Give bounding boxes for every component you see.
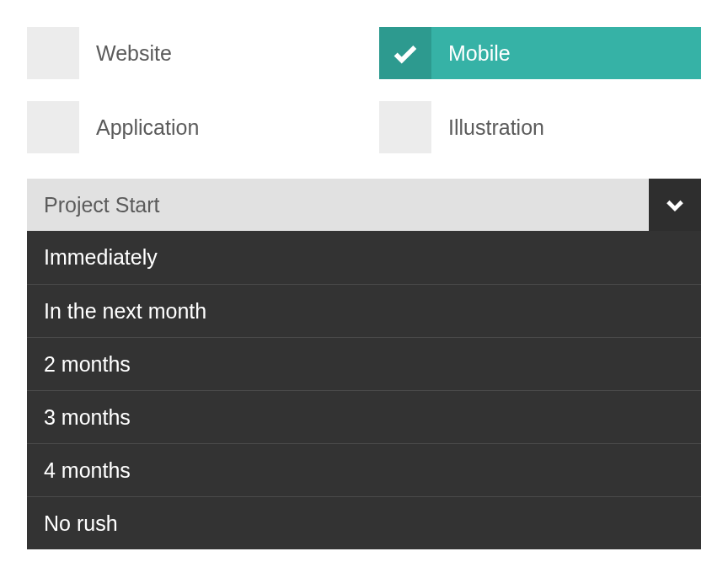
dropdown-title-area: Project Start xyxy=(27,179,649,231)
dropdown-list: Immediately In the next month 2 months 3… xyxy=(27,231,701,549)
option-label: Illustration xyxy=(431,115,544,140)
dropdown-item-no-rush[interactable]: No rush xyxy=(27,496,701,549)
option-website[interactable]: Website xyxy=(27,27,349,79)
option-illustration[interactable]: Illustration xyxy=(379,101,701,153)
option-mobile[interactable]: Mobile xyxy=(379,27,701,79)
dropdown-item-next-month[interactable]: In the next month xyxy=(27,284,701,337)
option-label: Application xyxy=(79,115,199,140)
option-label: Mobile xyxy=(431,41,511,66)
dropdown-item-4-months[interactable]: 4 months xyxy=(27,443,701,496)
dropdown-item-immediately[interactable]: Immediately xyxy=(27,231,701,284)
project-start-dropdown: Project Start Immediately In the next mo… xyxy=(27,179,701,549)
dropdown-header[interactable]: Project Start xyxy=(27,179,701,231)
check-icon xyxy=(391,39,420,67)
dropdown-title: Project Start xyxy=(44,193,160,217)
dropdown-item-2-months[interactable]: 2 months xyxy=(27,337,701,390)
dropdown-toggle[interactable] xyxy=(649,179,701,231)
chevron-down-icon xyxy=(663,193,687,217)
option-application[interactable]: Application xyxy=(27,101,349,153)
checkbox-icon xyxy=(379,27,431,79)
dropdown-item-3-months[interactable]: 3 months xyxy=(27,390,701,443)
project-type-options: Website Mobile Application Illustration xyxy=(27,27,701,153)
checkbox-icon xyxy=(27,27,79,79)
option-label: Website xyxy=(79,41,172,66)
checkbox-icon xyxy=(379,101,431,153)
checkbox-icon xyxy=(27,101,79,153)
